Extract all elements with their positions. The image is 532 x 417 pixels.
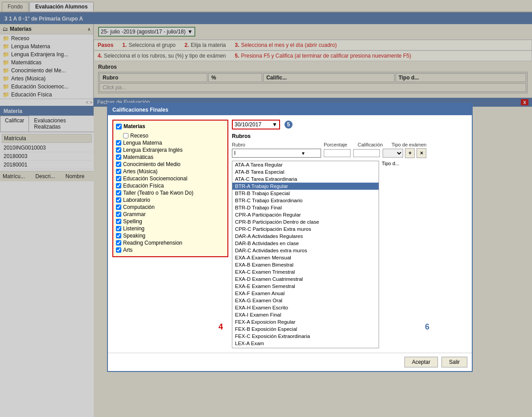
col-tipo-header: Tipo de exámen xyxy=(392,142,426,147)
salir-button[interactable]: Salir xyxy=(441,357,467,367)
materias-panel-title: Materias xyxy=(124,123,145,129)
rubro-item-lex-a-test[interactable]: LEX-A Test xyxy=(232,347,379,348)
materia-label-reading: Reading Comprehension xyxy=(123,240,182,246)
materia-checkbox-conocimiento[interactable] xyxy=(116,162,121,167)
add-rubro-button[interactable]: + xyxy=(405,148,415,158)
rubro-item-btr-d[interactable]: BTR-D Trabajo Final xyxy=(232,204,379,211)
rubro-item-fex-c[interactable]: FEX-C Exposición Extraordinaria xyxy=(232,333,379,340)
materia-label-conocimiento: Conocimiento del Medio xyxy=(123,161,181,167)
materia-checkbox-grammar[interactable] xyxy=(116,212,121,217)
rubro-item-ata-c[interactable]: ATA-C Tarea Extraordinaria xyxy=(232,175,379,183)
materia-label-artes: Artes (Música) xyxy=(123,168,157,175)
rubro-list[interactable]: ATA-A Tarea Regular ATA-B Tarea Especial… xyxy=(232,161,379,348)
materia-checkbox-educacion-socio[interactable] xyxy=(116,176,121,181)
rubro-item-exa-c[interactable]: EXA-C Examen Trimestral xyxy=(232,268,379,275)
materia-item-lengua-extranjera: Lengua Extranjera Inglés xyxy=(116,146,225,154)
date-field[interactable]: ▼ xyxy=(232,120,280,129)
materia-checkbox-arts[interactable] xyxy=(116,247,121,253)
rubro-dropdown-container[interactable]: ▼ xyxy=(232,149,321,158)
materia-checkbox-speaking[interactable] xyxy=(116,233,121,238)
rubro-item-fex-b[interactable]: FEX-B Exposición Especial xyxy=(232,325,379,333)
rubro-item-exa-d[interactable]: EXA-D Examen Cuatrimestral xyxy=(232,275,379,283)
rubro-item-btr-c[interactable]: BTR-C Trabajo Extraordinario xyxy=(232,197,379,204)
materia-item-educacion-socio: Educación Socioemocional xyxy=(116,175,225,182)
rubro-item-exa-i[interactable]: EXA-I Examen Final xyxy=(232,311,379,318)
materia-item-lengua-materna: Lengua Materna xyxy=(116,139,225,146)
tipo-column: Tipo d... xyxy=(382,161,417,348)
rubro-search-input[interactable] xyxy=(234,150,301,156)
materia-item-listening: Listening xyxy=(116,225,225,232)
rubro-item-dar-c[interactable]: DAR-C Actividades extra muros xyxy=(232,247,379,254)
materia-label-lengua-materna: Lengua Materna xyxy=(123,140,162,146)
rubro-item-fex-a[interactable]: FEX-A Exposicion Regular xyxy=(232,318,379,325)
modal-body: Materias Receso Lengua Materna Leng xyxy=(108,115,472,353)
materia-checkbox-computacion[interactable] xyxy=(116,204,121,210)
date-input[interactable] xyxy=(235,121,270,128)
materia-checkbox-laboratorio[interactable] xyxy=(116,197,121,203)
materia-label-grammar: Grammar xyxy=(123,211,146,217)
materia-item-reading: Reading Comprehension xyxy=(116,239,225,246)
modal-footer: Aceptar Salir xyxy=(108,353,472,371)
materias-panel-header: Materias xyxy=(116,123,225,129)
materia-label-arts: Arts xyxy=(123,247,132,253)
rubros-right-panel: ▼ 5 Rubros Rubro Porcentaje Calificación… xyxy=(232,120,426,348)
materia-item-conocimiento: Conocimiento del Medio xyxy=(116,161,225,168)
remove-rubro-button[interactable]: × xyxy=(417,148,426,158)
materia-item-grammar: Grammar xyxy=(116,211,225,218)
modal-header: Calificaciones Finales xyxy=(108,104,472,115)
materia-label-computacion: Computación xyxy=(123,204,155,210)
step4-label: 4 xyxy=(219,322,223,332)
modal-title: Calificaciones Finales xyxy=(112,107,168,113)
calificacion-input[interactable] xyxy=(353,149,380,157)
step6-label: 6 xyxy=(425,322,429,332)
tipo-examen-select[interactable] xyxy=(383,149,403,158)
materia-checkbox-educacion-fisica[interactable] xyxy=(116,183,121,188)
materia-checkbox-artes[interactable] xyxy=(116,169,121,174)
rubro-item-dar-b[interactable]: DAR-B Actividades en clase xyxy=(232,240,379,247)
rubro-item-cpr-c[interactable]: CPR-C Participación Extra muros xyxy=(232,225,379,233)
materia-checkbox-receso[interactable] xyxy=(123,133,128,138)
materia-checkbox-spelling[interactable] xyxy=(116,219,121,224)
rubro-item-lex-a-exam[interactable]: LEX-A Exam xyxy=(232,340,379,347)
materia-label-taller: Taller (Teatro o Tae Kwon Do) xyxy=(123,190,194,196)
rubro-item-ata-b[interactable]: ATA-B Tarea Especial xyxy=(232,168,379,175)
rubro-item-cpr-b[interactable]: CPR-B Participación Dentro de clase xyxy=(232,218,379,225)
materia-label-educacion-socio: Educación Socioemocional xyxy=(123,175,187,182)
porcentaje-input[interactable] xyxy=(324,149,351,157)
materia-label-spelling: Spelling xyxy=(123,218,142,225)
materia-label-matematicas: Matemáticas xyxy=(123,154,153,160)
materia-checkbox-lengua-extranjera[interactable] xyxy=(116,147,121,153)
materia-item-laboratorio: Laboratorio xyxy=(116,196,225,204)
aceptar-button[interactable]: Aceptar xyxy=(404,357,438,367)
rubro-item-btr-a[interactable]: BTR-A Trabajo Regular xyxy=(232,183,379,190)
rubro-item-exa-h[interactable]: EXA-H Examen Escrito xyxy=(232,304,379,311)
rubro-item-exa-a[interactable]: EXA-A Examen Mensual xyxy=(232,254,379,261)
rubro-dropdown-arrow[interactable]: ▼ xyxy=(301,151,305,156)
materia-item-educacion-fisica: Educación Física xyxy=(116,182,225,189)
rubros-panel-title: Rubros xyxy=(232,133,426,139)
materia-checkbox-taller[interactable] xyxy=(116,190,121,196)
date-dropdown-arrow[interactable]: ▼ xyxy=(272,121,277,128)
rubro-item-exa-f[interactable]: EXA-F Examen Anual xyxy=(232,290,379,297)
rubro-item-exa-e[interactable]: EXA-E Examen Semestral xyxy=(232,283,379,290)
materia-checkbox-listening[interactable] xyxy=(116,226,121,231)
materia-checkbox-reading[interactable] xyxy=(116,240,121,246)
rubro-item-exa-b[interactable]: EXA-B Examen Bimestral xyxy=(232,261,379,268)
materia-label-laboratorio: Laboratorio xyxy=(123,197,150,203)
materia-item-matematicas: Matemáticas xyxy=(116,154,225,161)
rubro-item-ata-a[interactable]: ATA-A Tarea Regular xyxy=(232,161,379,168)
materia-label-lengua-extranjera: Lengua Extranjera Inglés xyxy=(123,147,182,153)
rubro-item-exa-g[interactable]: EXA-G Examen Oral xyxy=(232,297,379,304)
rubro-item-cpr-a[interactable]: CPR-A Participación Regular xyxy=(232,211,379,218)
step5-badge: 5 xyxy=(285,121,293,129)
rubro-item-dar-a[interactable]: DAR-A Actividades Regulares xyxy=(232,233,379,240)
rubro-item-btr-b[interactable]: BTR-B Trabajo Especial xyxy=(232,190,379,197)
materia-item-receso: Receso xyxy=(123,132,225,139)
materias-all-checkbox[interactable] xyxy=(116,124,122,129)
materia-label-receso: Receso xyxy=(130,133,148,139)
rubro-input-row: ▼ + × xyxy=(232,148,426,158)
materia-label-educacion-fisica: Educación Física xyxy=(123,183,164,189)
tipo-examen-row: + × xyxy=(383,148,426,158)
materia-checkbox-lengua-materna[interactable] xyxy=(116,140,121,146)
materia-checkbox-matematicas[interactable] xyxy=(116,154,121,160)
